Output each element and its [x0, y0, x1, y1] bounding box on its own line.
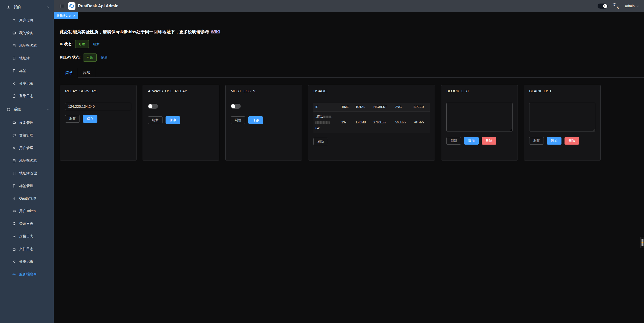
sidebar-item-label: 地址簿名称 — [19, 158, 37, 163]
sidebar-item-share-records-sys[interactable]: 分享记录 — [0, 255, 54, 268]
sidebar-item-addr-book[interactable]: 地址簿 — [0, 52, 54, 65]
usage-total-cell: 1.40MB — [354, 112, 371, 133]
must-login-save-button[interactable]: 保存 — [248, 116, 263, 124]
id-refresh-link[interactable]: 刷新 — [93, 42, 100, 46]
sidebar-item-user-token[interactable]: 用户Token — [0, 205, 54, 218]
page-content: 此处功能为实验性质，请确保api和hbbs处于同一回环地址下，更多说明请参考WI… — [54, 19, 644, 323]
monitor-icon — [12, 31, 16, 35]
sidebar-item-conn-logs[interactable]: 连接日志 — [0, 230, 54, 243]
sidebar-group-system[interactable]: 系统 — [0, 102, 54, 117]
translate-icon[interactable]: 文A — [613, 3, 619, 9]
gear-icon — [7, 107, 11, 112]
relay-servers-save-button[interactable]: 保存 — [83, 115, 97, 123]
must-login-refresh-button[interactable]: 刷新 — [231, 116, 245, 124]
sidebar-item-label: 服务端命令 — [19, 272, 37, 277]
chevron-up-icon — [46, 6, 49, 9]
sidebar-item-addr-book-mgmt[interactable]: 地址簿管理 — [0, 167, 54, 180]
tab-label: 服务端命令 — [56, 14, 71, 18]
sidebar-nav: 我的用户信息我的设备地址簿名称地址簿标签分享记录登录日志系统设备管理群组管理用户… — [0, 0, 54, 281]
sidebar-item-login-logs[interactable]: 登录日志 — [0, 90, 54, 102]
tab-server-commands[interactable]: 服务端命令 × — [54, 12, 78, 19]
sidebar-group-label: 我的 — [14, 5, 21, 9]
sidebar-item-device-mgmt[interactable]: 设备管理 — [0, 117, 54, 129]
book-icon — [12, 44, 16, 48]
book-icon — [12, 159, 16, 163]
sidebar-item-tag-mgmt[interactable]: 标签管理 — [0, 180, 54, 192]
chevron-up-icon — [46, 108, 49, 111]
moon-icon: ☾ — [603, 4, 607, 8]
always-use-relay-switch[interactable] — [148, 104, 158, 109]
block-list-refresh-button[interactable]: 刷新 — [446, 137, 461, 145]
sidebar-item-file-logs[interactable]: 文件日志 — [0, 243, 54, 255]
tab-advanced[interactable]: 高级 — [78, 68, 96, 77]
sidebar-item-share-records[interactable]: 分享记录 — [0, 77, 54, 90]
sidebar-item-label: 标签 — [19, 69, 26, 73]
usage-table: IPTIMETOTALHIGHESTAVGSPEED ::ffff:1. 64:… — [313, 103, 430, 133]
sidebar-item-label: 我的设备 — [19, 31, 33, 35]
id-status-badge: 可用 — [75, 40, 89, 48]
chat-icon — [12, 133, 16, 138]
gear-icon — [12, 272, 16, 276]
usage-col-highest: HIGHEST — [371, 103, 393, 112]
sidebar-item-label: 用户管理 — [19, 146, 33, 150]
usage-table-row: ::ffff:1. 64: 23s 1.40MB 2780kb/s 505kb/… — [313, 112, 430, 133]
sidebar-item-label: 登录日志 — [19, 94, 33, 98]
black-list-textarea[interactable] — [529, 103, 595, 131]
card-must-login: MUST_LOGIN 刷新 保存 — [225, 85, 302, 160]
token-icon — [12, 209, 16, 213]
bookmark-icon — [12, 69, 16, 73]
sidebar-item-label: 分享记录 — [19, 259, 33, 264]
relay-servers-refresh-button[interactable]: 刷新 — [65, 115, 80, 123]
wiki-link[interactable]: WIKI — [211, 30, 220, 34]
sidebar-group-mine[interactable]: 我的 — [0, 0, 54, 14]
relay-status-label: RELAY 状态: — [60, 55, 80, 60]
usage-refresh-button[interactable]: 刷新 — [313, 138, 328, 145]
dark-mode-toggle[interactable]: ☾ — [598, 4, 608, 9]
usage-time-cell: 23s — [339, 112, 354, 133]
sidebar-item-addr-book-names-sys[interactable]: 地址簿名称 — [0, 154, 54, 167]
sidebar-item-label: 群组管理 — [19, 133, 33, 138]
sidebar-item-my-devices[interactable]: 我的设备 — [0, 27, 54, 39]
card-relay-servers: RELAY_SERVERS 刷新 保存 — [60, 85, 137, 160]
app-title: RustDesk Api Admin — [78, 4, 119, 8]
black-list-delete-button[interactable]: 删除 — [565, 137, 579, 145]
sidebar-item-group-mgmt[interactable]: 群组管理 — [0, 129, 54, 142]
bookmark-icon — [12, 184, 16, 188]
relay-refresh-link[interactable]: 刷新 — [101, 55, 108, 60]
sidebar-item-tags[interactable]: 标签 — [0, 65, 54, 77]
close-icon[interactable]: × — [73, 14, 75, 17]
usage-avg-cell: 505kb/s — [393, 112, 411, 133]
always-use-relay-save-button[interactable]: 保存 — [166, 116, 180, 124]
block-list-delete-button[interactable]: 删除 — [482, 137, 496, 145]
sidebar-item-label: 地址簿管理 — [19, 171, 37, 176]
sidebar-item-user-mgmt[interactable]: 用户管理 — [0, 142, 54, 154]
tab-simple[interactable]: 简单 — [60, 68, 78, 78]
sidebar-fold-icon[interactable] — [59, 4, 64, 9]
sidebar-item-user-info[interactable]: 用户信息 — [0, 14, 54, 27]
must-login-switch[interactable] — [231, 104, 241, 109]
user-name: admin — [625, 4, 635, 8]
black-list-refresh-button[interactable]: 刷新 — [529, 137, 544, 145]
black-list-add-button[interactable]: 添加 — [547, 137, 561, 145]
always-use-relay-refresh-button[interactable]: 刷新 — [148, 116, 163, 124]
sidebar-item-addr-book-names[interactable]: 地址簿名称 — [0, 39, 54, 52]
usage-speed-cell: 764kb/s — [412, 112, 430, 133]
sidebar-item-oauth-mgmt[interactable]: Oauth管理 — [0, 192, 54, 205]
block-list-textarea[interactable] — [446, 103, 513, 131]
minimap-widget[interactable] — [640, 237, 644, 248]
relay-servers-input[interactable] — [65, 103, 131, 110]
sidebar-item-login-logs-sys[interactable]: 登录日志 — [0, 218, 54, 230]
sidebar-item-server-commands[interactable]: 服务端命令 — [0, 268, 54, 281]
card-always-use-relay: ALWAYS_USE_RELAY 刷新 保存 — [143, 85, 219, 160]
experimental-notice: 此处功能为实验性质，请确保api和hbbs处于同一回环地址下，更多说明请参考WI… — [60, 29, 644, 35]
block-list-add-button[interactable]: 添加 — [464, 137, 479, 145]
sidebar-group-label: 系统 — [14, 107, 21, 112]
card-title: RELAY_SERVERS — [60, 85, 136, 97]
sidebar-item-label: 用户Token — [19, 209, 36, 213]
cards-row: RELAY_SERVERS 刷新 保存 ALWAYS_USE_RELAY — [60, 85, 644, 160]
user-dropdown[interactable]: admin — [625, 4, 639, 8]
relay-status-row: RELAY 状态: 可用 刷新 — [60, 53, 644, 62]
card-block-list: BLOCK_LIST 刷新 添加 删除 — [441, 85, 518, 160]
sidebar-item-label: Oauth管理 — [19, 196, 36, 201]
app-root: 我的用户信息我的设备地址簿名称地址簿标签分享记录登录日志系统设备管理群组管理用户… — [0, 0, 644, 323]
